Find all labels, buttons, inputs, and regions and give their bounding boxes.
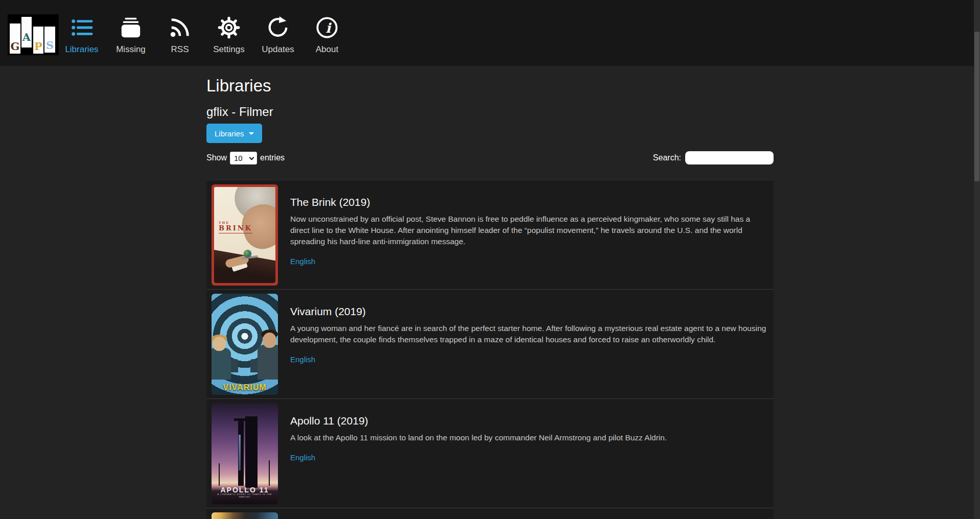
logo-bar: P [33, 27, 43, 54]
logo-letter-s: S [46, 40, 54, 53]
nav-item-settings[interactable]: Settings [204, 0, 253, 66]
scrollbar-thumb[interactable] [974, 32, 979, 181]
logo-letter-p: P [34, 41, 42, 54]
page-length-select-wrap: 10 [230, 152, 257, 164]
logo-bar: A [21, 17, 32, 48]
svg-text:i: i [325, 20, 332, 36]
main-content: Libraries gflix - Filmer Libraries Show … [206, 76, 774, 519]
nav-item-missing[interactable]: Missing [106, 0, 155, 66]
nav-item-updates[interactable]: Updates [253, 0, 302, 66]
nav-label-updates: Updates [262, 44, 294, 55]
gear-icon [217, 15, 241, 40]
nav-label-libraries: Libraries [65, 44, 98, 55]
logo-bar: S [44, 27, 55, 53]
gaps-logo[interactable]: G A P S [8, 14, 59, 55]
page-length-select[interactable]: 10 [230, 152, 257, 164]
nav-item-libraries[interactable]: Libraries [57, 0, 106, 66]
top-nav: G A P S Libraries [0, 0, 980, 66]
libraries-dropdown-button[interactable]: Libraries [206, 124, 262, 143]
poster-title-text: THE BRINK [219, 221, 252, 233]
rss-icon [168, 15, 192, 40]
movie-language-link[interactable]: English [290, 257, 315, 266]
info-icon: i [315, 15, 339, 40]
poster-tagline-text: A CINEMATIC EVENT 50 YEARS IN THE MAKING [212, 493, 278, 498]
movie-description: Now unconstrained by an official post, S… [290, 214, 768, 247]
movie-table: THE BRINK The Brink (2019) Now unconstra… [206, 180, 774, 519]
movie-title: Vivarium (2019) [290, 304, 768, 319]
movie-poster-vivarium: VIVARIUM [212, 294, 278, 395]
search-label: Search: [653, 153, 681, 162]
movie-row-vivarium: VIVARIUM Vivarium (2019) A young woman a… [206, 290, 774, 399]
nav-item-rss[interactable]: RSS [155, 0, 204, 66]
movie-poster-apollo-11: APOLLO 11 A CINEMATIC EVENT 50 YEARS IN … [212, 403, 278, 504]
movie-language-link[interactable]: English [290, 355, 315, 364]
refresh-icon [266, 15, 290, 40]
poster-art: THE BRINK [214, 187, 275, 283]
page-length-control: Show 10 entries [206, 152, 285, 164]
movie-description: A young woman and her fiancé are in sear… [290, 323, 768, 345]
stack-icon [119, 15, 143, 40]
nav-item-about[interactable]: i About [302, 0, 352, 66]
library-name-subtitle: gflix - Filmer [206, 104, 774, 119]
movie-title: The Brink (2019) [290, 195, 768, 209]
page-title: Libraries [206, 76, 774, 96]
logo-letter-a: A [22, 22, 31, 42]
poster-title-text: VIVARIUM [212, 383, 278, 392]
show-label: Show [206, 153, 227, 162]
logo-bar: G [10, 23, 20, 54]
movie-poster-partial [212, 512, 278, 519]
movie-poster-the-brink: THE BRINK [212, 184, 278, 286]
libraries-dropdown-label: Libraries [215, 129, 244, 138]
table-controls: Show 10 entries Search: [206, 151, 774, 164]
movie-language-link[interactable]: English [290, 453, 315, 462]
movie-description: A look at the Apollo 11 mission to land … [290, 432, 768, 443]
list-icon [70, 15, 94, 40]
nav-label-missing: Missing [116, 44, 146, 55]
nav-label-about: About [316, 44, 338, 55]
movie-title: Apollo 11 (2019) [290, 413, 768, 428]
logo-letter-g: G [11, 41, 20, 54]
movie-info: Apollo 11 (2019) A look at the Apollo 11… [278, 403, 768, 504]
entries-label: entries [260, 153, 285, 162]
nav-label-settings: Settings [213, 44, 244, 55]
movie-row-partial [206, 508, 774, 519]
chevron-down-icon [249, 132, 254, 135]
scrollbar-track[interactable] [974, 0, 980, 519]
movie-row-the-brink: THE BRINK The Brink (2019) Now unconstra… [206, 180, 774, 290]
movie-info: The Brink (2019) Now unconstrained by an… [278, 184, 768, 286]
search-input[interactable] [685, 151, 774, 164]
nav-label-rss: RSS [171, 44, 189, 55]
movie-info: Vivarium (2019) A young woman and her fi… [278, 294, 768, 395]
search-control: Search: [653, 151, 774, 164]
movie-row-apollo-11: APOLLO 11 A CINEMATIC EVENT 50 YEARS IN … [206, 399, 774, 508]
